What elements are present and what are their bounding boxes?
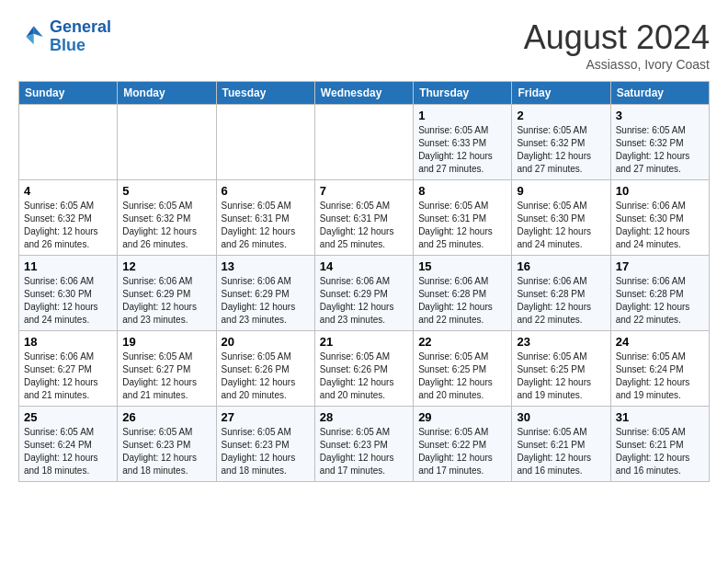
table-row: 29Sunrise: 6:05 AMSunset: 6:22 PMDayligh…: [414, 407, 512, 482]
day-info: Sunrise: 6:05 AMSunset: 6:24 PMDaylight:…: [616, 350, 704, 402]
calendar-table: SundayMondayTuesdayWednesdayThursdayFrid…: [18, 81, 710, 482]
day-number: 1: [418, 109, 506, 122]
table-row: 9Sunrise: 6:05 AMSunset: 6:30 PMDaylight…: [512, 180, 610, 256]
day-number: 20: [222, 335, 310, 349]
table-row: 11Sunrise: 6:06 AMSunset: 6:30 PMDayligh…: [19, 256, 118, 331]
weekday-saturday: Saturday: [610, 82, 709, 105]
table-row: 5Sunrise: 6:05 AMSunset: 6:32 PMDaylight…: [118, 180, 216, 256]
table-row: 24Sunrise: 6:05 AMSunset: 6:24 PMDayligh…: [610, 331, 709, 407]
table-row: 12Sunrise: 6:06 AMSunset: 6:29 PMDayligh…: [118, 256, 216, 331]
table-row: 10Sunrise: 6:06 AMSunset: 6:30 PMDayligh…: [610, 180, 709, 256]
calendar-week-5: 25Sunrise: 6:05 AMSunset: 6:24 PMDayligh…: [19, 407, 710, 482]
weekday-tuesday: Tuesday: [216, 82, 314, 105]
table-row: 27Sunrise: 6:05 AMSunset: 6:23 PMDayligh…: [216, 407, 314, 482]
day-number: 18: [24, 335, 112, 349]
table-row: 7Sunrise: 6:05 AMSunset: 6:31 PMDaylight…: [314, 180, 413, 256]
day-info: Sunrise: 6:06 AMSunset: 6:30 PMDaylight:…: [616, 200, 704, 251]
table-row: 4Sunrise: 6:05 AMSunset: 6:32 PMDaylight…: [19, 180, 118, 256]
day-number: 24: [616, 335, 704, 349]
table-row: 8Sunrise: 6:05 AMSunset: 6:31 PMDaylight…: [414, 180, 512, 256]
table-row: [19, 105, 118, 180]
weekday-friday: Friday: [512, 82, 610, 105]
day-number: 31: [616, 410, 704, 424]
weekday-sunday: Sunday: [19, 82, 118, 105]
table-row: 17Sunrise: 6:06 AMSunset: 6:28 PMDayligh…: [610, 256, 709, 331]
table-row: 16Sunrise: 6:06 AMSunset: 6:28 PMDayligh…: [512, 256, 610, 331]
day-info: Sunrise: 6:05 AMSunset: 6:32 PMDaylight:…: [122, 200, 210, 251]
table-row: 19Sunrise: 6:05 AMSunset: 6:27 PMDayligh…: [118, 331, 216, 407]
day-info: Sunrise: 6:06 AMSunset: 6:30 PMDaylight:…: [24, 275, 112, 327]
table-row: 25Sunrise: 6:05 AMSunset: 6:24 PMDayligh…: [19, 407, 118, 482]
calendar-week-3: 11Sunrise: 6:06 AMSunset: 6:30 PMDayligh…: [19, 256, 710, 331]
day-info: Sunrise: 6:05 AMSunset: 6:32 PMDaylight:…: [517, 124, 605, 176]
day-info: Sunrise: 6:05 AMSunset: 6:23 PMDaylight:…: [320, 426, 408, 477]
table-row: 6Sunrise: 6:05 AMSunset: 6:31 PMDaylight…: [216, 180, 314, 256]
table-row: 23Sunrise: 6:05 AMSunset: 6:25 PMDayligh…: [512, 331, 610, 407]
day-number: 6: [222, 184, 310, 198]
day-number: 28: [320, 410, 408, 424]
day-number: 17: [616, 259, 704, 273]
month-year: August 2024: [524, 18, 710, 57]
table-row: 13Sunrise: 6:06 AMSunset: 6:29 PMDayligh…: [216, 256, 314, 331]
weekday-header-row: SundayMondayTuesdayWednesdayThursdayFrid…: [19, 82, 710, 105]
day-number: 10: [616, 184, 704, 198]
day-number: 25: [24, 410, 112, 424]
table-row: 3Sunrise: 6:05 AMSunset: 6:32 PMDaylight…: [610, 105, 709, 180]
day-number: 7: [320, 184, 408, 198]
table-row: 30Sunrise: 6:05 AMSunset: 6:21 PMDayligh…: [512, 407, 610, 482]
table-row: 18Sunrise: 6:06 AMSunset: 6:27 PMDayligh…: [19, 331, 118, 407]
day-number: 8: [418, 184, 506, 198]
day-info: Sunrise: 6:05 AMSunset: 6:24 PMDaylight:…: [24, 426, 112, 477]
logo-text: General Blue: [50, 18, 111, 55]
table-row: 15Sunrise: 6:06 AMSunset: 6:28 PMDayligh…: [414, 256, 512, 331]
day-info: Sunrise: 6:06 AMSunset: 6:29 PMDaylight:…: [222, 275, 310, 327]
day-info: Sunrise: 6:05 AMSunset: 6:21 PMDaylight:…: [616, 426, 704, 477]
table-row: [118, 105, 216, 180]
weekday-monday: Monday: [118, 82, 216, 105]
day-info: Sunrise: 6:06 AMSunset: 6:28 PMDaylight:…: [418, 275, 506, 327]
day-info: Sunrise: 6:05 AMSunset: 6:30 PMDaylight:…: [517, 200, 605, 251]
day-number: 9: [517, 184, 605, 198]
day-info: Sunrise: 6:06 AMSunset: 6:28 PMDaylight:…: [517, 275, 605, 327]
table-row: [216, 105, 314, 180]
day-info: Sunrise: 6:05 AMSunset: 6:21 PMDaylight:…: [517, 426, 605, 477]
table-row: 1Sunrise: 6:05 AMSunset: 6:33 PMDaylight…: [414, 105, 512, 180]
calendar-week-2: 4Sunrise: 6:05 AMSunset: 6:32 PMDaylight…: [19, 180, 710, 256]
day-number: 23: [517, 335, 605, 349]
title-block: August 2024 Assiasso, Ivory Coast: [524, 18, 710, 72]
day-info: Sunrise: 6:05 AMSunset: 6:32 PMDaylight:…: [24, 200, 112, 251]
day-number: 16: [517, 259, 605, 273]
day-number: 21: [320, 335, 408, 349]
table-row: 2Sunrise: 6:05 AMSunset: 6:32 PMDaylight…: [512, 105, 610, 180]
day-number: 19: [122, 335, 210, 349]
day-number: 4: [24, 184, 112, 198]
day-number: 15: [418, 259, 506, 273]
svg-marker-0: [34, 26, 43, 37]
day-number: 22: [418, 335, 506, 349]
day-info: Sunrise: 6:05 AMSunset: 6:23 PMDaylight:…: [222, 426, 310, 477]
day-info: Sunrise: 6:05 AMSunset: 6:25 PMDaylight:…: [418, 350, 506, 402]
table-row: [314, 105, 413, 180]
day-number: 11: [24, 259, 112, 273]
day-number: 13: [222, 259, 310, 273]
day-info: Sunrise: 6:05 AMSunset: 6:31 PMDaylight:…: [418, 200, 506, 251]
table-row: 26Sunrise: 6:05 AMSunset: 6:23 PMDayligh…: [118, 407, 216, 482]
day-number: 29: [418, 410, 506, 424]
day-info: Sunrise: 6:05 AMSunset: 6:22 PMDaylight:…: [418, 426, 506, 477]
day-info: Sunrise: 6:06 AMSunset: 6:29 PMDaylight:…: [122, 275, 210, 327]
page-header: General Blue August 2024 Assiasso, Ivory…: [18, 18, 710, 72]
day-info: Sunrise: 6:05 AMSunset: 6:31 PMDaylight:…: [320, 200, 408, 251]
calendar-week-4: 18Sunrise: 6:06 AMSunset: 6:27 PMDayligh…: [19, 331, 710, 407]
day-number: 2: [517, 109, 605, 122]
table-row: 20Sunrise: 6:05 AMSunset: 6:26 PMDayligh…: [216, 331, 314, 407]
logo: General Blue: [18, 18, 111, 55]
table-row: 22Sunrise: 6:05 AMSunset: 6:25 PMDayligh…: [414, 331, 512, 407]
day-number: 3: [616, 109, 704, 122]
day-info: Sunrise: 6:05 AMSunset: 6:33 PMDaylight:…: [418, 124, 506, 176]
day-info: Sunrise: 6:06 AMSunset: 6:27 PMDaylight:…: [24, 350, 112, 402]
day-number: 27: [222, 410, 310, 424]
weekday-wednesday: Wednesday: [314, 82, 413, 105]
day-number: 14: [320, 259, 408, 273]
table-row: 28Sunrise: 6:05 AMSunset: 6:23 PMDayligh…: [314, 407, 413, 482]
day-info: Sunrise: 6:05 AMSunset: 6:31 PMDaylight:…: [222, 200, 310, 251]
